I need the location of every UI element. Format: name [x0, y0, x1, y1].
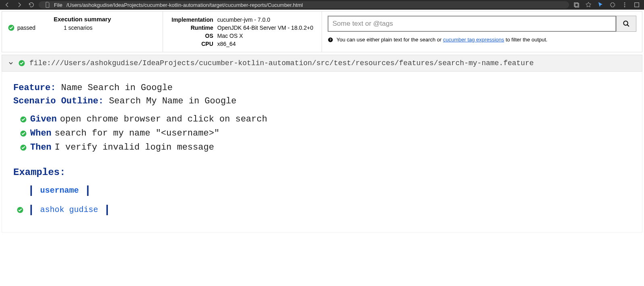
step-keyword: Given [30, 113, 57, 126]
examples-header-row: | username | [16, 182, 642, 199]
extension-icon[interactable] [609, 2, 616, 8]
execution-status: passed [8, 24, 35, 31]
address-file-label: File [54, 2, 62, 8]
cursor-icon[interactable] [597, 2, 604, 8]
impl-label-runtime: Runtime [169, 24, 216, 32]
address-bar[interactable]: File /Users/ashokgudise/IdeaProjects/cuc… [39, 1, 569, 8]
implementation-panel: Implementation cucumber-jvm - 7.0.0 Runt… [163, 12, 322, 52]
browser-right-icons [573, 2, 640, 8]
step-line: When search for my name "<username>" [20, 127, 642, 140]
impl-value-runtime: OpenJDK 64-Bit Server VM - 18.0.2+0 [216, 24, 316, 32]
forward-icon[interactable] [16, 2, 23, 8]
examples-section: Examples: | username | | ashok gudise | [13, 165, 642, 218]
tabs-icon[interactable] [573, 2, 580, 8]
tab-overflow-icon[interactable] [634, 2, 640, 8]
steps-list: Given open chrome browser and click on s… [20, 113, 642, 154]
step-keyword: When [30, 127, 52, 140]
examples-data-row: | ashok gudise | [16, 202, 642, 218]
pass-icon [17, 206, 24, 214]
feature-file-path: file:///Users/ashokgudise/IdeaProjects/c… [29, 59, 534, 67]
step-text: search for my name "<username>" [55, 127, 219, 140]
pipe-char: | [84, 182, 92, 199]
search-help-suffix: to filter the output. [506, 37, 547, 43]
menu-dots-icon[interactable] [621, 2, 628, 8]
svg-point-4 [624, 6, 625, 7]
step-text: I verify invalid login message [55, 141, 214, 154]
execution-summary-panel: Execution summary passed 1 scenarios [2, 12, 163, 52]
impl-value-implementation: cucumber-jvm - 7.0.0 [216, 16, 316, 24]
status-text: passed [17, 25, 35, 31]
summary-header: Execution summary passed 1 scenarios Imp… [2, 11, 642, 52]
search-help-prefix: You can use either plain text for the se… [336, 37, 443, 43]
svg-rect-5 [635, 3, 639, 7]
search-button[interactable] [616, 16, 636, 32]
pipe-char: | [27, 182, 35, 199]
impl-value-cpu: x86_64 [216, 40, 316, 48]
search-icon [623, 20, 630, 27]
help-icon: ? [328, 37, 333, 43]
svg-line-8 [627, 25, 629, 27]
scenario-keyword: Scenario Outline: [13, 96, 103, 106]
star-icon[interactable] [585, 2, 592, 8]
svg-point-2 [624, 2, 625, 4]
pass-icon [18, 60, 25, 67]
scenario-name: Search My Name in Google [109, 96, 237, 106]
browser-nav-icons [4, 2, 35, 8]
pipe-char: | [103, 202, 111, 218]
search-panel: ? You can use either plain text for the … [322, 12, 642, 52]
browser-chrome-bar: File /Users/ashokgudise/IdeaProjects/cuc… [0, 0, 644, 10]
execution-summary-title: Execution summary [8, 16, 157, 23]
impl-value-os: Mac OS X [216, 32, 316, 40]
impl-label-implementation: Implementation [169, 16, 216, 24]
feature-file-header[interactable]: file:///Users/ashokgudise/IdeaProjects/c… [2, 55, 642, 72]
svg-point-7 [623, 21, 628, 25]
pass-icon [20, 144, 27, 151]
feature-name: Name Search in Google [61, 83, 173, 93]
reload-icon[interactable] [28, 2, 35, 8]
pipe-char: | [27, 202, 35, 218]
pass-icon [20, 130, 27, 137]
step-line: Then I verify invalid login message [20, 141, 642, 154]
scenario-count: 1 scenarios [64, 25, 93, 31]
address-text: /Users/ashokgudise/IdeaProjects/cucumber… [66, 2, 303, 8]
file-icon [44, 2, 51, 8]
search-help-link[interactable]: cucumber tag expressions [443, 37, 504, 43]
step-keyword: Then [30, 141, 52, 154]
examples-value: ashok gudise [38, 204, 101, 216]
back-icon[interactable] [4, 2, 10, 8]
impl-label-cpu: CPU [169, 40, 216, 48]
pass-icon [20, 116, 27, 123]
step-line: Given open chrome browser and click on s… [20, 113, 642, 126]
feature-keyword: Feature: [13, 83, 56, 93]
step-text: open chrome browser and click on search [60, 113, 267, 126]
pass-icon [8, 24, 15, 31]
impl-label-os: OS [169, 32, 216, 40]
examples-table: | username | | ashok gudise | [16, 182, 642, 218]
examples-header: username [38, 185, 81, 197]
chevron-down-icon [8, 60, 14, 66]
svg-text:?: ? [330, 38, 332, 41]
feature-body: Feature: Name Search in Google Scenario … [2, 72, 642, 233]
search-input[interactable] [328, 16, 616, 32]
svg-point-3 [624, 4, 625, 6]
examples-keyword: Examples: [13, 165, 642, 180]
search-help-text: ? You can use either plain text for the … [328, 37, 636, 43]
